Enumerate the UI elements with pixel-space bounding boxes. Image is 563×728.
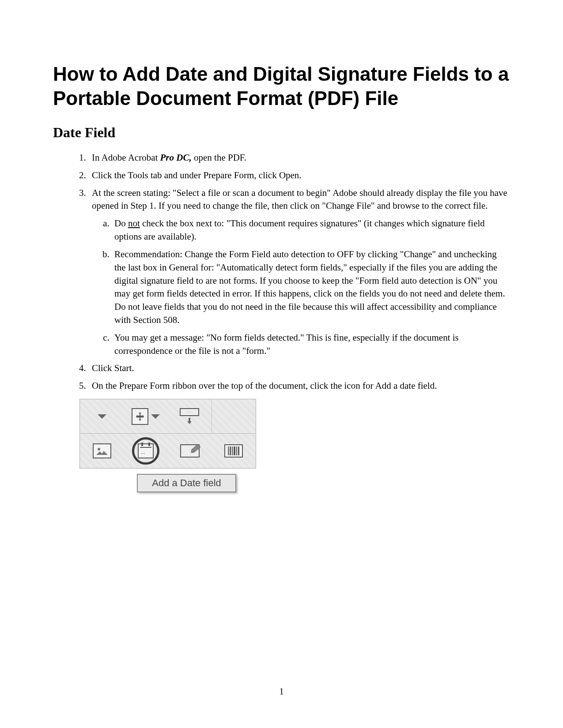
signature-field-icon <box>180 444 200 458</box>
step-3a: Do not check the box next to: "This docu… <box>112 217 510 244</box>
ribbon-cell-date-circled: ••• <box>124 434 168 468</box>
page-number: 1 <box>0 686 563 697</box>
step-2: Click the Tools tab and under Prepare Fo… <box>88 169 510 182</box>
ribbon-panel: ···· ••• <box>79 399 256 469</box>
ribbon-cell-barcode <box>212 434 256 468</box>
step-3a-pre: Do <box>114 218 128 229</box>
step-1-text-post: open the PDF. <box>192 152 246 163</box>
move-tool-icon <box>132 408 148 425</box>
step-3c: You may get a message: "No form fields d… <box>112 331 510 358</box>
section-heading-date-field: Date Field <box>53 124 510 141</box>
ribbon-cell-empty-top <box>212 399 256 433</box>
ribbon-screenshot: ···· ••• <box>79 399 256 492</box>
image-field-icon <box>93 443 111 458</box>
step-1-product-name: Pro DC, <box>160 152 192 163</box>
chevron-down-icon <box>98 414 106 419</box>
step-4: Click Start. <box>88 362 510 375</box>
step-3b: Recommendation: Change the Form Field au… <box>112 248 510 327</box>
tooltip-add-date-field: Add a Date field <box>137 474 236 492</box>
ribbon-row-top: ···· <box>80 399 256 434</box>
highlight-circle-icon: ••• <box>132 437 159 465</box>
ribbon-cell-image <box>80 434 124 468</box>
step-3a-post: check the box next to: "This document re… <box>114 218 485 242</box>
barcode-field-icon <box>224 444 243 458</box>
ribbon-row-bottom: ••• <box>80 434 256 468</box>
step-3-sublist: Do not check the box next to: "This docu… <box>92 217 510 357</box>
page-title: How to Add Date and Digital Signature Fi… <box>53 62 510 110</box>
instruction-list: In Adobe Acrobat Pro DC, open the PDF. C… <box>53 151 510 393</box>
date-field-icon: ••• <box>138 443 154 458</box>
ribbon-cell-signature <box>168 434 212 468</box>
step-3-text: At the screen stating: "Select a file or… <box>92 188 507 211</box>
step-1-text-pre: In Adobe Acrobat <box>92 152 160 163</box>
step-3a-not: not <box>128 218 140 229</box>
ribbon-cell-move <box>124 399 167 433</box>
text-field-icon: ···· <box>180 408 199 425</box>
step-1: In Adobe Acrobat Pro DC, open the PDF. <box>88 151 510 165</box>
ribbon-cell-dropdown <box>80 399 124 433</box>
ribbon-cell-textfield: ···· <box>168 399 212 433</box>
step-5: On the Prepare Form ribbon over the top … <box>88 379 510 393</box>
step-3: At the screen stating: "Select a file or… <box>88 187 510 358</box>
svg-point-0 <box>98 448 100 450</box>
chevron-down-icon <box>151 414 160 419</box>
